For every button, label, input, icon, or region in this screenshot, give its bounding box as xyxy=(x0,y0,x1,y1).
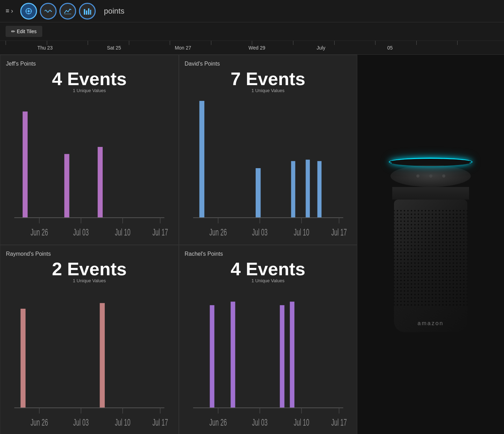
echo-top-disc xyxy=(390,165,471,187)
timeline-inner: Thu 23 Sat 25 Mon 27 Wed 29 July 05 xyxy=(6,41,498,54)
edit-tiles-bar: ✏ Edit Tiles xyxy=(0,22,504,41)
tile-jeff-unique: 1 Unique Values xyxy=(6,88,173,93)
svg-text:Jun 26: Jun 26 xyxy=(30,226,48,238)
timeline-label-sat25: Sat 25 xyxy=(107,45,121,51)
rachel-chart-svg: Jun 26 Jul 03 Jul 10 Jul 17 xyxy=(185,287,352,429)
svg-text:Jul 10: Jul 10 xyxy=(115,226,131,238)
tick xyxy=(457,41,498,45)
tile-raymond-events: 2 Events xyxy=(6,260,173,278)
svg-rect-24 xyxy=(255,168,260,218)
tile-david-title: David's Points xyxy=(185,61,352,67)
svg-rect-27 xyxy=(317,161,321,218)
svg-text:Jun 26: Jun 26 xyxy=(209,417,227,428)
svg-rect-8 xyxy=(86,10,87,15)
tick xyxy=(47,41,88,45)
tile-david-unique: 1 Unique Values xyxy=(185,88,352,93)
svg-text:Jul 03: Jul 03 xyxy=(73,226,89,238)
svg-text:Jul 17: Jul 17 xyxy=(152,226,168,238)
tick xyxy=(293,41,334,45)
svg-text:Jun 26: Jun 26 xyxy=(209,226,227,238)
echo-ring-container xyxy=(389,158,473,167)
tick xyxy=(6,41,47,45)
tick xyxy=(375,41,416,45)
svg-text:Jul 03: Jul 03 xyxy=(252,226,268,238)
svg-rect-23 xyxy=(199,101,204,218)
echo-button-dot xyxy=(442,174,445,178)
svg-text:Jul 03: Jul 03 xyxy=(252,417,268,428)
nav-icons xyxy=(20,3,96,20)
header: ≡ › xyxy=(0,0,504,22)
nav-wave-icon[interactable] xyxy=(40,3,57,20)
svg-rect-7 xyxy=(84,9,85,15)
timeline-label-05: 05 xyxy=(387,45,393,51)
tick xyxy=(88,41,129,45)
tick xyxy=(170,41,211,45)
timeline-label-mon27: Mon 27 xyxy=(175,45,191,51)
tile-rachel-events: 4 Events xyxy=(185,260,352,278)
tile-david-events: 7 Events xyxy=(185,70,352,88)
tile-david: David's Points 7 Events 1 Unique Values xyxy=(179,55,358,245)
nav-bars-icon[interactable] xyxy=(79,3,96,20)
svg-text:Jul 10: Jul 10 xyxy=(293,226,309,238)
main-content: Jeff's Points 4 Events 1 Unique Values xyxy=(0,55,504,434)
svg-rect-38 xyxy=(100,303,105,408)
timeline-label-wed29: Wed 29 xyxy=(249,45,265,51)
echo-grille xyxy=(397,207,464,322)
timeline: Thu 23 Sat 25 Mon 27 Wed 29 July 05 xyxy=(0,41,504,55)
tile-rachel-unique: 1 Unique Values xyxy=(185,278,352,283)
page-title: points xyxy=(104,7,125,16)
svg-text:Jul 03: Jul 03 xyxy=(73,417,89,428)
tile-rachel-title: Rachel's Points xyxy=(185,251,352,257)
svg-text:Jul 10: Jul 10 xyxy=(115,417,131,428)
nav-chart-icon[interactable] xyxy=(59,3,76,20)
tick xyxy=(211,41,252,45)
echo-body: amazon xyxy=(394,200,467,332)
nav-settings-icon[interactable] xyxy=(20,3,37,20)
tile-raymond: Raymond's Points 2 Events 1 Unique Value… xyxy=(0,245,179,434)
svg-text:Jun 26: Jun 26 xyxy=(30,417,48,428)
svg-rect-49 xyxy=(231,302,235,408)
svg-rect-51 xyxy=(290,302,294,408)
svg-text:Jul 17: Jul 17 xyxy=(331,226,347,238)
david-chart-svg: Jun 26 Jul 03 Jul 10 Jul 17 xyxy=(185,97,352,239)
svg-rect-10 xyxy=(90,10,91,15)
timeline-ticks xyxy=(6,41,498,45)
svg-rect-13 xyxy=(98,147,103,218)
dashboard-grid: Jeff's Points 4 Events 1 Unique Values xyxy=(0,55,357,434)
svg-text:Jul 17: Jul 17 xyxy=(152,417,168,428)
echo-button-dot xyxy=(416,174,419,178)
svg-rect-26 xyxy=(306,160,310,218)
tick xyxy=(416,41,458,45)
edit-tiles-button[interactable]: ✏ Edit Tiles xyxy=(6,26,42,37)
echo-device: amazon xyxy=(385,158,476,332)
tile-raymond-unique: 1 Unique Values xyxy=(6,278,173,283)
tile-rachel: Rachel's Points 4 Events 1 Unique Values… xyxy=(179,245,358,434)
echo-neck xyxy=(392,187,469,200)
raymond-chart-svg: Jun 26 Jul 03 Jul 10 Jul 17 xyxy=(6,287,173,429)
tick xyxy=(129,41,170,45)
timeline-label-july: July xyxy=(317,45,326,51)
svg-text:Jul 17: Jul 17 xyxy=(331,417,347,428)
svg-point-1 xyxy=(28,10,30,12)
tile-david-chart: Jun 26 Jul 03 Jul 10 Jul 17 xyxy=(185,97,352,239)
echo-led-ring xyxy=(389,158,473,166)
menu-icon[interactable]: ≡ › xyxy=(6,7,13,15)
tile-rachel-chart: Jun 26 Jul 03 Jul 10 Jul 17 xyxy=(185,287,352,429)
timeline-label-thu23: Thu 23 xyxy=(37,45,53,51)
svg-rect-9 xyxy=(88,8,89,15)
tile-raymond-title: Raymond's Points xyxy=(6,251,173,257)
tile-jeff-events: 4 Events xyxy=(6,70,173,88)
jeff-chart-svg: Jun 26 Jul 03 Jul 10 Jul 17 xyxy=(6,97,173,239)
echo-button-dot xyxy=(429,174,432,178)
tile-jeff-chart: Jun 26 Jul 03 Jul 10 Jul 17 xyxy=(6,97,173,239)
svg-rect-48 xyxy=(210,305,214,408)
tile-raymond-chart: Jun 26 Jul 03 Jul 10 Jul 17 xyxy=(6,287,173,429)
tick xyxy=(334,41,375,45)
echo-brand-label: amazon xyxy=(418,320,444,327)
svg-text:Jul 10: Jul 10 xyxy=(293,417,309,428)
tile-jeff: Jeff's Points 4 Events 1 Unique Values xyxy=(0,55,179,245)
svg-rect-50 xyxy=(280,305,284,408)
echo-panel: amazon xyxy=(357,55,504,434)
svg-rect-25 xyxy=(291,161,295,218)
tile-jeff-title: Jeff's Points xyxy=(6,61,173,67)
